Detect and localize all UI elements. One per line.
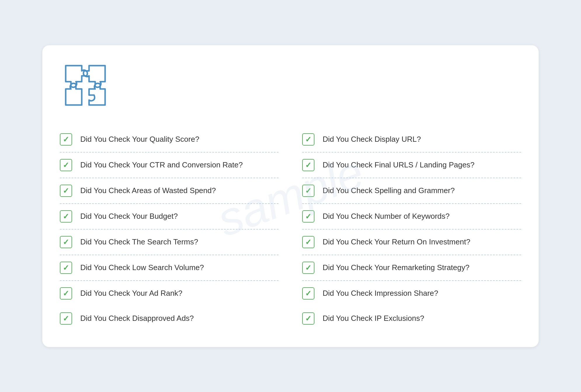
checkbox: ✓: [60, 210, 72, 223]
checklist-item: ✓ Did You Check The Search Terms?: [60, 230, 279, 255]
checkmark-icon: ✓: [63, 136, 69, 143]
checkbox: ✓: [302, 159, 314, 171]
checkbox: ✓: [60, 287, 72, 300]
checklist-item-text: Did You Check Your CTR and Conversion Ra…: [80, 160, 243, 169]
checkbox: ✓: [302, 133, 314, 146]
checkbox: ✓: [302, 312, 314, 325]
checkmark-icon: ✓: [305, 213, 312, 220]
checklist-item: ✓ Did You Check Your Remarketing Strateg…: [302, 255, 521, 281]
checkbox: ✓: [60, 312, 72, 325]
checklist-item-text: Did You Check Disapproved Ads?: [80, 314, 194, 323]
checkmark-icon: ✓: [63, 187, 69, 195]
checklist-item-text: Did You Check Number of Keywords?: [323, 212, 450, 221]
checkmark-icon: ✓: [63, 290, 69, 297]
checkbox: ✓: [60, 159, 72, 171]
checkbox: ✓: [60, 185, 72, 197]
checkmark-icon: ✓: [305, 187, 312, 195]
checklist-item: ✓ Did You Check Areas of Wasted Spend?: [60, 178, 279, 204]
checklist-item: ✓ Did You Check Number of Keywords?: [302, 204, 521, 230]
checklist-item-text: Did You Check Spelling and Grammer?: [323, 186, 455, 195]
checkmark-icon: ✓: [305, 264, 312, 272]
checkmark-icon: ✓: [305, 161, 312, 169]
checklist-item-text: Did You Check Your Ad Rank?: [80, 289, 182, 298]
checklist-item-text: Did You Check The Search Terms?: [80, 237, 198, 246]
checkmark-icon: ✓: [63, 238, 69, 246]
audit-card: ✓ Did You Check Your Quality Score? ✓ Di…: [42, 45, 539, 347]
checkbox: ✓: [302, 262, 314, 274]
checkmark-icon: ✓: [305, 290, 312, 297]
checkmark-icon: ✓: [305, 136, 312, 143]
right-column: ✓ Did You Check Display URL? ✓ Did You C…: [290, 127, 521, 331]
checkbox: ✓: [302, 185, 314, 197]
checklist-item: ✓ Did You Check Your CTR and Conversion …: [60, 153, 279, 178]
checkmark-icon: ✓: [63, 315, 69, 322]
checklist-item-text: Did You Check Final URLS / Landing Pages…: [323, 160, 474, 169]
checklist-item-text: Did You Check Your Return On Investment?: [323, 237, 470, 246]
checklist-item: ✓ Did You Check Your Quality Score?: [60, 127, 279, 153]
checklist-item: ✓ Did You Check Low Search Volume?: [60, 255, 279, 281]
checklist-item: ✓ Did You Check Impression Share?: [302, 281, 521, 306]
checklist-item: ✓ Did You Check Display URL?: [302, 127, 521, 153]
checkmark-icon: ✓: [63, 161, 69, 169]
checklist-item-text: Did You Check Your Budget?: [80, 212, 178, 221]
checklist-item-text: Did You Check Areas of Wasted Spend?: [80, 186, 216, 195]
checklist-item-text: Did You Check Low Search Volume?: [80, 263, 204, 272]
checklist-wrapper: ✓ Did You Check Your Quality Score? ✓ Di…: [60, 127, 521, 331]
checkbox: ✓: [302, 236, 314, 248]
checklist-item: ✓ Did You Check Your Budget?: [60, 204, 279, 230]
checkbox: ✓: [60, 262, 72, 274]
checklist-item: ✓ Did You Check Spelling and Grammer?: [302, 178, 521, 204]
puzzle-icon: [60, 60, 112, 112]
checklist-item-text: Did You Check Your Quality Score?: [80, 135, 199, 144]
checkmark-icon: ✓: [305, 238, 312, 246]
checkmark-icon: ✓: [63, 213, 69, 220]
checklist-item: ✓ Did You Check Final URLS / Landing Pag…: [302, 153, 521, 178]
checklist-item: ✓ Did You Check Your Ad Rank?: [60, 281, 279, 306]
card-header: [60, 60, 521, 112]
checklist-item-text: Did You Check Impression Share?: [323, 289, 438, 298]
checklist-item: ✓ Did You Check IP Exclusions?: [302, 306, 521, 331]
checklist-item-text: Did You Check IP Exclusions?: [323, 314, 424, 323]
checklist-item-text: Did You Check Display URL?: [323, 135, 421, 144]
checkmark-icon: ✓: [305, 315, 312, 322]
checkbox: ✓: [60, 133, 72, 146]
checklist-item: ✓ Did You Check Disapproved Ads?: [60, 306, 279, 331]
checklist-item-text: Did You Check Your Remarketing Strategy?: [323, 263, 469, 272]
checkmark-icon: ✓: [63, 264, 69, 272]
left-column: ✓ Did You Check Your Quality Score? ✓ Di…: [60, 127, 290, 331]
checkbox: ✓: [302, 210, 314, 223]
checklist-item: ✓ Did You Check Your Return On Investmen…: [302, 230, 521, 255]
checkbox: ✓: [60, 236, 72, 248]
checkbox: ✓: [302, 287, 314, 300]
